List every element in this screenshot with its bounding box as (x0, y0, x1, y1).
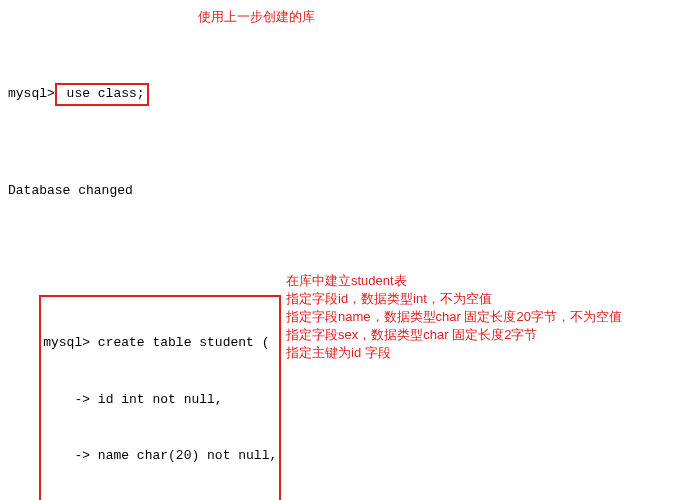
anno-use-class: 使用上一步创建的库 (198, 8, 315, 27)
cmd-use-class: use class; (55, 83, 149, 106)
cmd-create-name: name char(20) not null, (90, 448, 277, 463)
db-changed: Database changed (8, 182, 666, 201)
cmd-create-head: create table student ( (90, 335, 269, 350)
terminal-output: mysql> use class; 使用上一步创建的库 Database cha… (8, 8, 666, 500)
anno-name-field: 指定字段name，数据类型char 固定长度20字节，不为空值 (286, 308, 622, 327)
anno-id-field: 指定字段id，数据类型int，不为空值 (286, 290, 492, 309)
mysql-prompt: mysql> (8, 86, 55, 101)
cmd-create-id: id int not null, (90, 392, 223, 407)
anno-sex-field: 指定字段sex，数据类型char 固定长度2字节 (286, 326, 537, 345)
anno-pk-field: 指定主键为id 字段 (286, 344, 391, 363)
anno-create-table: 在库中建立student表 (286, 272, 407, 291)
